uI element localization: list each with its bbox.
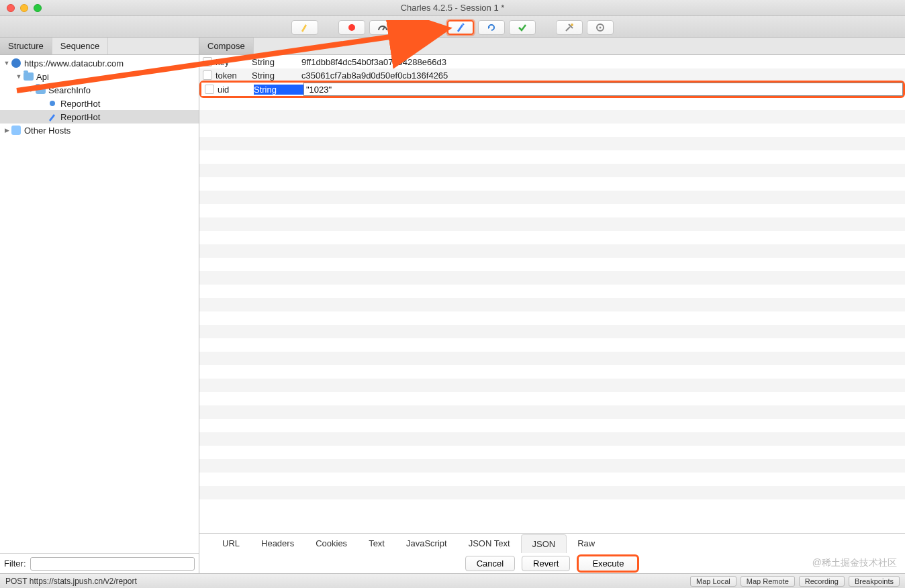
watermark: @稀土掘金技术社区 — [812, 557, 897, 569]
minimize-window-button[interactable] — [20, 4, 28, 12]
grid-row[interactable]: key String 9ff1dbb8f4dc54b0f3a07504288e6… — [199, 55, 905, 68]
close-window-button[interactable] — [7, 4, 15, 12]
session-tree[interactable]: ▼ https://www.datacubr.com ▼ Api ▼ Searc… — [0, 55, 199, 553]
puzzle-icon — [11, 125, 21, 136]
status-buttons: Map Local Map Remote Recording Breakpoin… — [690, 576, 900, 587]
folder-icon — [23, 71, 34, 82]
btab-headers[interactable]: Headers — [250, 534, 305, 552]
highlighted-edit-row: uid String — [199, 81, 905, 98]
tree-label: SearchInfo — [48, 85, 91, 95]
svg-point-4 — [571, 23, 573, 26]
svg-point-0 — [348, 24, 355, 31]
disclosure-triangle-icon[interactable]: ▶ — [3, 127, 11, 134]
tree-request-reporthot-2[interactable]: ReportHot — [0, 110, 199, 124]
tree-folder-searchinfo[interactable]: ▼ SearchInfo — [0, 83, 199, 97]
btab-json[interactable]: JSON — [521, 534, 567, 553]
globe-icon — [11, 58, 21, 68]
titlebar: Charles 4.2.5 - Session 1 * — [0, 0, 905, 16]
tree-label: ReportHot — [60, 112, 100, 122]
tab-sequence[interactable]: Sequence — [52, 38, 109, 54]
tree-label: Other Hosts — [24, 126, 70, 136]
btab-url[interactable]: URL — [211, 534, 250, 552]
row-type-icon — [203, 57, 212, 66]
map-local-button[interactable]: Map Local — [690, 576, 736, 587]
btab-javascript[interactable]: JavaScript — [395, 534, 458, 552]
request-icon — [47, 98, 58, 109]
grid-empty-area — [199, 97, 905, 513]
btab-text[interactable]: Text — [358, 534, 395, 552]
tree-other-hosts[interactable]: ▶ Other Hosts — [0, 124, 199, 137]
bottom-tablist: URL Headers Cookies Text JavaScript JSON… — [199, 534, 905, 554]
tree-host-datacubr[interactable]: ▼ https://www.datacubr.com — [0, 56, 199, 70]
grid-row-selected[interactable]: uid String — [201, 83, 903, 96]
settings-button[interactable] — [587, 20, 614, 35]
grid-row[interactable]: token String c35061cf7ab8a9d0d50ef0cb136… — [199, 68, 905, 82]
validate-button[interactable] — [509, 20, 536, 35]
status-text: POST https://stats.jpush.cn/v2/report — [5, 577, 137, 586]
svg-line-1 — [383, 27, 385, 30]
window-title: Charles 4.2.5 - Session 1 * — [0, 3, 905, 13]
cell-value[interactable]: 9ff1dbb8f4dc54b0f3a07504288e66d3 — [301, 57, 905, 67]
folder-icon — [35, 85, 46, 95]
compose-feather-icon — [47, 111, 58, 122]
cancel-button[interactable]: Cancel — [465, 556, 515, 571]
disclosure-triangle-icon[interactable]: ▼ — [3, 60, 11, 66]
throttle-button[interactable] — [369, 20, 396, 35]
clear-session-button[interactable] — [291, 20, 318, 35]
btab-jsontext[interactable]: JSON Text — [458, 534, 521, 552]
svg-point-6 — [600, 27, 602, 29]
main-panel: Compose key String 9ff1dbb8f4dc54b0f3a07… — [199, 38, 905, 573]
cell-type[interactable]: String — [252, 70, 301, 81]
tab-compose[interactable]: Compose — [199, 38, 254, 54]
content: Structure Sequence ▼ https://www.datacub… — [0, 38, 905, 573]
recording-button[interactable]: Recording — [799, 576, 845, 587]
record-button[interactable] — [338, 20, 365, 35]
cell-type[interactable]: String — [254, 85, 303, 95]
disclosure-triangle-icon[interactable]: ▼ — [27, 87, 35, 93]
btab-cookies[interactable]: Cookies — [305, 534, 358, 552]
cell-key[interactable]: uid — [218, 85, 254, 95]
map-remote-button[interactable]: Map Remote — [741, 576, 795, 587]
breakpoints-button[interactable]: Breakpoints — [849, 576, 900, 587]
cell-value[interactable]: c35061cf7ab8a9d0d50ef0cb136f4265 — [301, 70, 905, 81]
row-type-icon — [205, 85, 214, 94]
bottom-panel: URL Headers Cookies Text JavaScript JSON… — [199, 533, 905, 573]
compose-grid[interactable]: key String 9ff1dbb8f4dc54b0f3a07504288e6… — [199, 55, 905, 533]
tree-folder-api[interactable]: ▼ Api — [0, 70, 199, 83]
tree-label: ReportHot — [60, 99, 100, 109]
tab-structure[interactable]: Structure — [0, 38, 52, 54]
filter-row: Filter: — [0, 553, 199, 573]
cell-key[interactable]: key — [216, 57, 252, 67]
left-tabs: Structure Sequence — [0, 38, 199, 55]
tree-request-reporthot-1[interactable]: ReportHot — [0, 97, 199, 110]
repeat-button[interactable] — [478, 20, 505, 35]
cell-key[interactable]: token — [216, 70, 252, 81]
zoom-window-button[interactable] — [34, 4, 42, 12]
statusbar: POST https://stats.jpush.cn/v2/report Ma… — [0, 573, 905, 588]
compose-button[interactable] — [447, 20, 474, 35]
svg-point-7 — [50, 101, 55, 106]
toolbar — [0, 16, 905, 38]
row-type-icon — [203, 70, 212, 80]
breakpoints-toggle-button[interactable] — [400, 20, 427, 35]
sidebar: Structure Sequence ▼ https://www.datacub… — [0, 38, 199, 573]
disclosure-triangle-icon[interactable]: ▼ — [15, 73, 23, 80]
cell-value-input[interactable] — [303, 83, 903, 96]
filter-input[interactable] — [30, 557, 195, 571]
tree-label: https://www.datacubr.com — [24, 58, 124, 68]
compose-buttons: Cancel Revert Execute — [199, 554, 905, 574]
btab-raw[interactable]: Raw — [567, 534, 606, 552]
execute-button[interactable]: Execute — [577, 554, 639, 573]
tree-label: Api — [36, 72, 49, 82]
cell-type[interactable]: String — [252, 57, 301, 67]
filter-label: Filter: — [4, 558, 26, 569]
main-tabs: Compose — [199, 38, 905, 55]
revert-button[interactable]: Revert — [522, 556, 570, 571]
window-controls — [7, 4, 42, 12]
grid-rows: key String 9ff1dbb8f4dc54b0f3a07504288e6… — [199, 55, 905, 98]
tools-button[interactable] — [556, 20, 583, 35]
